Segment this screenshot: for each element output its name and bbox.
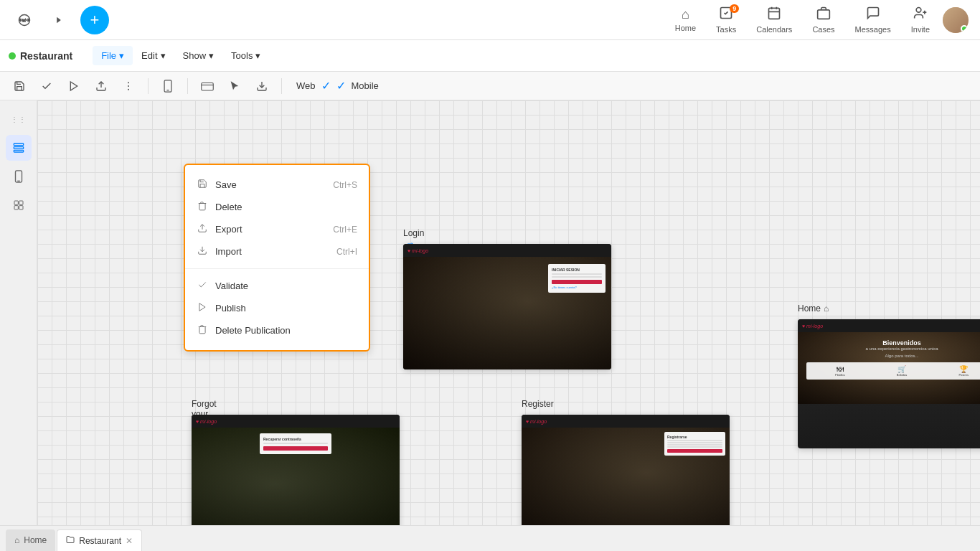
home-label: Home ⌂ <box>798 303 829 314</box>
svg-rect-22 <box>14 201 18 204</box>
top-navigation: + ⌂ Home 9 Tasks Calendars <box>0 0 980 40</box>
cases-icon <box>816 6 831 24</box>
calendar-icon <box>767 6 781 24</box>
svg-marker-7 <box>70 82 77 90</box>
dropdown-section-1: Save Ctrl+S Delete <box>185 171 369 265</box>
layers-panel-btn[interactable] <box>6 135 32 161</box>
svg-rect-3 <box>818 10 830 19</box>
canvas-area[interactable]: Login → ♥ mi-logo INICIAR SESION <box>37 100 980 525</box>
register-page-card[interactable]: ♥ mi-logo Registrarse <box>522 415 730 525</box>
forgot-page-card[interactable]: ♥ mi-logo Recuperar contraseña <box>192 415 400 525</box>
restaurant-tab-label: Restaurant <box>79 536 121 546</box>
nav-left: + <box>11 6 109 34</box>
svg-rect-25 <box>19 206 22 209</box>
nav-tasks[interactable]: 9 Tasks <box>709 3 743 37</box>
import-icon <box>197 245 208 258</box>
save-icon <box>197 179 208 191</box>
phone-panel-btn[interactable] <box>6 164 32 189</box>
restaurant-tab-close[interactable]: ✕ <box>126 536 133 546</box>
svg-point-4 <box>916 8 921 13</box>
mobile-label: Mobile <box>352 80 379 91</box>
menu-file[interactable]: File ▾ <box>93 46 133 65</box>
nav-home[interactable]: ⌂ Home <box>668 4 703 35</box>
mobile-check[interactable]: ✓ <box>336 79 346 93</box>
forward-button[interactable] <box>46 7 72 33</box>
restaurant-tab[interactable]: Restaurant ✕ <box>57 529 142 551</box>
menu-separator <box>185 268 369 269</box>
nav-invite[interactable]: Invite <box>904 3 937 37</box>
resize-btn[interactable] <box>197 75 218 97</box>
web-label: Web <box>296 80 316 91</box>
import-menu-item[interactable]: Import Ctrl+I <box>185 240 369 263</box>
restaurant-tab-icon <box>66 535 75 546</box>
menu-tools[interactable]: Tools ▾ <box>222 46 269 65</box>
svg-rect-14 <box>202 83 214 90</box>
save-menu-item[interactable]: Save Ctrl+S <box>185 174 369 196</box>
menu-edit[interactable]: Edit ▾ <box>133 46 174 65</box>
home-tab[interactable]: ⌂ Home <box>6 529 55 551</box>
invite-icon <box>913 6 928 24</box>
home-icon-label: ⌂ <box>824 303 829 314</box>
svg-point-10 <box>128 85 129 87</box>
register-thumbnail: ♥ mi-logo Registrarse <box>522 415 730 525</box>
divider-2 <box>187 78 188 94</box>
web-mobile-toggle: Web ✓ ✓ Mobile <box>296 79 379 93</box>
svg-point-11 <box>128 88 129 90</box>
svg-marker-28 <box>199 303 205 311</box>
validate-menu-item[interactable]: Validate <box>185 275 369 297</box>
nav-cases[interactable]: Cases <box>805 3 842 37</box>
project-toolbar: Restaurant File ▾ Edit ▾ Show ▾ Tools ▾ <box>0 40 980 72</box>
online-indicator <box>961 25 968 32</box>
file-dropdown-menu: Save Ctrl+S Delete <box>184 164 370 352</box>
svg-rect-17 <box>14 143 23 146</box>
divider-3 <box>281 78 282 94</box>
home-page-card[interactable]: ♥ mi-logo Bienvenidos a una experiencia … <box>798 319 980 448</box>
home-tab-label: Home <box>24 535 47 545</box>
svg-rect-19 <box>14 150 23 152</box>
nav-messages[interactable]: Messages <box>848 3 898 37</box>
project-name-area: Restaurant <box>9 50 72 62</box>
publish-menu-item[interactable]: Publish <box>185 297 369 319</box>
svg-rect-2 <box>769 8 780 19</box>
back-button[interactable] <box>11 7 37 33</box>
menu-bar: File ▾ Edit ▾ Show ▾ Tools ▾ <box>93 46 269 65</box>
svg-rect-23 <box>19 201 22 204</box>
check-action-btn[interactable] <box>36 75 57 97</box>
status-dot <box>9 52 16 60</box>
more-action-btn[interactable] <box>118 75 139 97</box>
nav-right: ⌂ Home 9 Tasks Calendars <box>668 3 969 37</box>
action-bar: Web ✓ ✓ Mobile <box>0 72 980 100</box>
home-icon: ⌂ <box>682 7 689 22</box>
nav-calendars[interactable]: Calendars <box>749 3 799 37</box>
validate-icon <box>197 280 208 292</box>
main-layout: ⋮⋮ <box>0 100 980 525</box>
save-action-btn[interactable] <box>9 75 30 97</box>
forgot-thumbnail: ♥ mi-logo Recuperar contraseña <box>192 415 400 525</box>
delete-pub-icon <box>197 324 208 336</box>
create-button[interactable]: + <box>80 6 109 34</box>
export-action-btn[interactable] <box>90 75 112 97</box>
web-check[interactable]: ✓ <box>321 79 331 93</box>
svg-rect-18 <box>14 147 23 149</box>
left-panel: ⋮⋮ <box>0 100 37 525</box>
export-menu-item[interactable]: Export Ctrl+E <box>185 218 369 240</box>
home-thumbnail: ♥ mi-logo Bienvenidos a una experiencia … <box>798 319 980 448</box>
play-action-btn[interactable] <box>63 75 85 97</box>
login-page-card[interactable]: ♥ mi-logo INICIAR SESION ¿No tienes cuen… <box>403 244 611 369</box>
user-avatar[interactable] <box>943 7 969 33</box>
delete-publication-menu-item[interactable]: Delete Publication <box>185 319 369 342</box>
download-btn[interactable] <box>251 75 273 97</box>
menu-show[interactable]: Show ▾ <box>174 46 223 65</box>
dropdown-section-2: Validate Publish <box>185 272 369 344</box>
cursor-btn[interactable] <box>224 75 245 97</box>
project-title: Restaurant <box>20 50 72 62</box>
delete-menu-item[interactable]: Delete <box>185 196 369 218</box>
login-thumbnail: ♥ mi-logo INICIAR SESION ¿No tienes cuen… <box>403 244 611 369</box>
svg-point-9 <box>128 82 129 83</box>
divider-1 <box>148 78 149 94</box>
home-tab-icon: ⌂ <box>14 535 19 545</box>
register-label: Register <box>522 399 554 409</box>
export-icon <box>197 223 208 235</box>
components-panel-btn[interactable] <box>6 192 32 218</box>
mobile-view-btn[interactable] <box>157 75 179 97</box>
